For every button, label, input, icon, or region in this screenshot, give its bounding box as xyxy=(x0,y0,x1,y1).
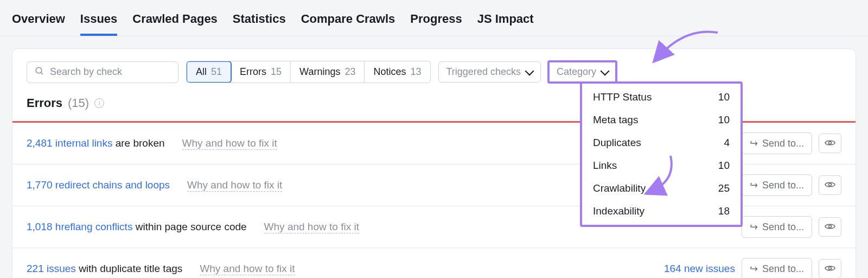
svg-point-3 xyxy=(829,184,832,186)
filter-notices[interactable]: Notices13 xyxy=(365,61,430,83)
triggered-checks-dropdown[interactable]: Triggered checks xyxy=(438,61,541,83)
share-icon: ↪ xyxy=(750,179,758,191)
issue-type-filter: All51 Errors15 Warnings23 Notices13 xyxy=(186,61,431,83)
tab-overview[interactable]: Overview xyxy=(12,12,65,36)
category-dropdown[interactable]: Category xyxy=(548,61,616,83)
how-to-fix-link[interactable]: Why and how to fix it xyxy=(182,137,277,150)
issue-link[interactable]: 221 issues with duplicate title tags xyxy=(27,263,182,275)
tab-crawled-pages[interactable]: Crawled Pages xyxy=(132,12,218,36)
send-to-button[interactable]: ↪Send to... xyxy=(742,174,812,196)
tab-progress[interactable]: Progress xyxy=(410,12,462,36)
filter-warnings[interactable]: Warnings23 xyxy=(291,61,365,83)
errors-count: (15) xyxy=(68,96,89,110)
category-item-crawlability[interactable]: Crawlability25 xyxy=(582,177,741,200)
chevron-down-icon xyxy=(600,66,609,75)
main-tabs: Overview Issues Crawled Pages Statistics… xyxy=(0,0,868,36)
eye-icon xyxy=(825,221,835,233)
share-icon: ↪ xyxy=(750,263,758,275)
how-to-fix-link[interactable]: Why and how to fix it xyxy=(200,263,295,275)
share-icon: ↪ xyxy=(750,221,758,233)
category-item-meta-tags[interactable]: Meta tags10 xyxy=(582,109,741,131)
tab-issues[interactable]: Issues xyxy=(80,12,118,36)
filter-errors[interactable]: Errors15 xyxy=(231,61,291,83)
svg-point-2 xyxy=(829,142,832,144)
search-icon xyxy=(35,66,44,78)
category-item-links[interactable]: Links10 xyxy=(582,154,741,177)
issues-panel: All51 Errors15 Warnings23 Notices13 Trig… xyxy=(12,48,856,278)
category-item-duplicates[interactable]: Duplicates4 xyxy=(582,131,741,154)
tab-compare-crawls[interactable]: Compare Crawls xyxy=(301,12,395,36)
info-icon[interactable]: i xyxy=(94,98,104,108)
eye-icon xyxy=(825,179,835,191)
send-to-button[interactable]: ↪Send to... xyxy=(742,258,812,278)
search-input[interactable] xyxy=(50,66,170,78)
tab-statistics[interactable]: Statistics xyxy=(233,12,286,36)
eye-icon xyxy=(825,137,835,149)
category-item-http-status[interactable]: HTTP Status10 xyxy=(582,86,741,109)
new-issues-link[interactable]: 164 new issues xyxy=(664,263,735,275)
issue-link[interactable]: 2,481 internal links are broken xyxy=(27,137,165,149)
tab-js-impact[interactable]: JS Impact xyxy=(477,12,534,36)
issue-link[interactable]: 1,018 hreflang conflicts within page sou… xyxy=(27,221,247,233)
chevron-down-icon xyxy=(525,66,534,75)
search-input-wrapper[interactable] xyxy=(27,61,178,83)
issue-row: 221 issues with duplicate title tags Why… xyxy=(12,248,856,278)
how-to-fix-link[interactable]: Why and how to fix it xyxy=(187,179,282,192)
send-to-button[interactable]: ↪Send to... xyxy=(742,216,812,238)
how-to-fix-link[interactable]: Why and how to fix it xyxy=(264,221,359,233)
category-item-indexability[interactable]: Indexability18 xyxy=(582,200,741,223)
filter-all[interactable]: All51 xyxy=(186,61,232,83)
svg-line-1 xyxy=(41,72,43,74)
eye-icon xyxy=(825,263,835,275)
svg-point-0 xyxy=(36,67,42,73)
errors-title: Errors xyxy=(27,96,62,110)
category-menu: HTTP Status10 Meta tags10 Duplicates4 Li… xyxy=(580,81,743,227)
issue-link[interactable]: 1,770 redirect chains and loops xyxy=(27,179,170,191)
share-icon: ↪ xyxy=(750,137,758,149)
svg-point-4 xyxy=(829,225,832,228)
send-to-button[interactable]: ↪Send to... xyxy=(742,132,812,154)
hide-button[interactable] xyxy=(819,217,841,237)
hide-button[interactable] xyxy=(819,134,841,153)
hide-button[interactable] xyxy=(819,175,841,195)
hide-button[interactable] xyxy=(819,259,841,278)
svg-point-5 xyxy=(829,267,832,270)
